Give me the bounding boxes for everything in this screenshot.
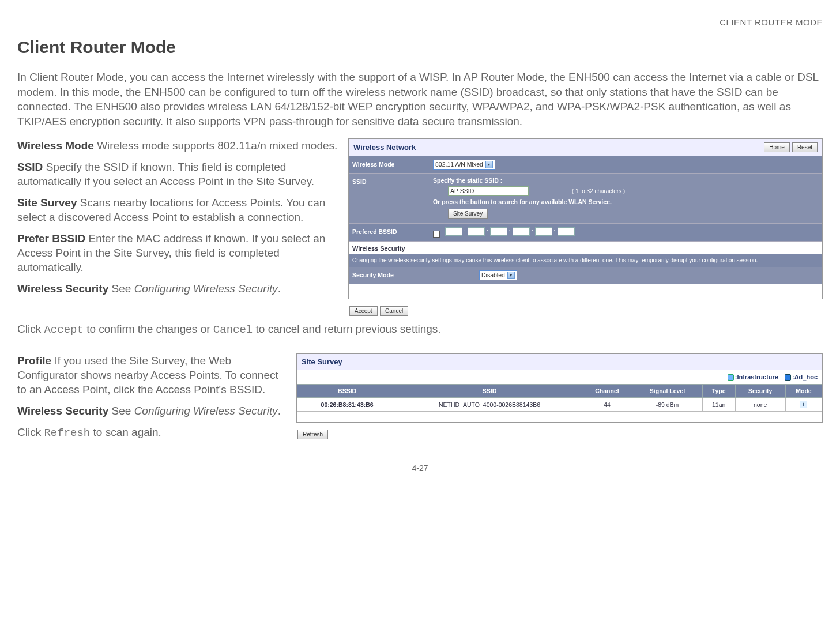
bssid-mac-group: : : : : :	[445, 227, 575, 236]
cancel-code: Cancel	[213, 323, 253, 336]
ssid-line2: Or press the button to search for any av…	[433, 198, 819, 205]
def-wm-label: Wireless Mode	[17, 140, 94, 152]
site-survey-button[interactable]: Site Survey	[448, 209, 488, 219]
cell-type: 11an	[702, 398, 735, 412]
site-survey-panel: Site Survey :Infrastructure :Ad_hoc BSSI…	[296, 353, 823, 423]
col-signal: Signal Level	[632, 385, 703, 398]
def-ssid-label: SSID	[17, 161, 43, 173]
def-ssid-text: Specify the SSID if known. This field is…	[17, 161, 314, 187]
def-ws-post: .	[278, 283, 281, 295]
cancel-button[interactable]: Cancel	[380, 306, 408, 316]
security-mode-select[interactable]: Disabled ▾	[479, 270, 517, 280]
def-wireless-security: Wireless Security See Configuring Wirele…	[17, 281, 340, 296]
def-ws2-label: Wireless Security	[17, 405, 108, 417]
def-profile-label: Profile	[17, 355, 51, 367]
def-ss-label: Site Survey	[17, 197, 77, 209]
refresh-button[interactable]: Refresh	[297, 430, 328, 439]
ssid-line1: Specify the static SSID :	[433, 177, 819, 184]
cell-security: none	[735, 398, 785, 412]
chevron-down-icon: ▾	[507, 272, 515, 279]
survey-legend: :Infrastructure :Ad_hoc	[297, 370, 822, 385]
prefered-bssid-label: Prefered BSSID	[349, 224, 430, 241]
def-ws-label: Wireless Security	[17, 283, 108, 295]
col-mode: Mode	[785, 385, 822, 398]
refresh-line: Click Refresh to scan again.	[17, 425, 288, 440]
cell-channel: 44	[582, 398, 632, 412]
def-site-survey: Site Survey Scans nearby locations for A…	[17, 195, 340, 224]
running-header: CLIENT ROUTER MODE	[17, 17, 823, 27]
col-ssid: SSID	[397, 385, 582, 398]
refresh-code: Refresh	[44, 427, 90, 439]
def-prefer-bssid: Prefer BSSID Enter the MAC address if kn…	[17, 231, 340, 274]
accept-mid: to confirm the changes or	[84, 323, 213, 335]
adhoc-icon	[785, 374, 791, 381]
wm-row-label: Wireless Mode	[349, 156, 430, 173]
refresh-pre: Click	[17, 426, 44, 438]
legend-adhoc: :Ad_hoc	[792, 374, 818, 381]
ssid-row-label: SSID	[349, 174, 430, 223]
def-wireless-mode: Wireless Mode Wireless mode supports 802…	[17, 138, 340, 153]
def-ws2-ital: Configuring Wireless Security	[134, 405, 278, 417]
accept-post: to cancel and return previous settings.	[253, 323, 440, 335]
wm-select-value: 802.11 A/N Mixed	[435, 161, 483, 168]
infrastructure-icon	[728, 374, 734, 381]
accept-button[interactable]: Accept	[349, 306, 378, 316]
cell-ssid: NETHD_AUTO_4000-0026B88143B6	[397, 398, 582, 412]
page-number: 4-27	[17, 464, 823, 473]
cell-bssid[interactable]: 00:26:B8:81:43:B6	[297, 398, 397, 412]
def-wireless-security-2: Wireless Security See Configuring Wirele…	[17, 404, 288, 418]
mac-octet-6[interactable]	[558, 227, 575, 236]
col-channel: Channel	[582, 385, 632, 398]
security-mode-label: Security Mode	[349, 267, 476, 284]
mode-icon: i	[800, 401, 807, 408]
def-ws2-pre: See	[108, 405, 134, 417]
survey-header-row: BSSID SSID Channel Signal Level Type Sec…	[297, 385, 822, 398]
col-security: Security	[735, 385, 785, 398]
mac-octet-4[interactable]	[513, 227, 530, 236]
security-mode-value: Disabled	[481, 272, 505, 278]
refresh-post: to scan again.	[90, 426, 161, 438]
survey-table: BSSID SSID Channel Signal Level Type Sec…	[297, 384, 822, 412]
reset-button[interactable]: Reset	[792, 142, 818, 152]
panel2-title: Site Survey	[302, 357, 342, 366]
def-ws-ital: Configuring Wireless Security	[134, 283, 278, 295]
wireless-network-panel: Wireless Network Home Reset Wireless Mod…	[348, 138, 823, 299]
def-ws-pre: See	[108, 283, 134, 295]
page-title: Client Router Mode	[17, 37, 823, 57]
def-pb-label: Prefer BSSID	[17, 232, 85, 244]
def-wm-text: Wireless mode supports 802.11a/n mixed m…	[94, 140, 337, 152]
def-profile-text: If you used the Site Survey, the Web Con…	[17, 355, 278, 396]
accept-pre: Click	[17, 323, 44, 335]
ssid-hint: ( 1 to 32 characters )	[572, 188, 625, 194]
cell-mode: i	[785, 398, 822, 412]
def-profile: Profile If you used the Site Survey, the…	[17, 353, 288, 397]
def-ssid: SSID Specify the SSID if known. This fie…	[17, 160, 340, 189]
security-note: Changing the wireless security settings …	[349, 254, 822, 267]
mac-octet-3[interactable]	[490, 227, 507, 236]
col-bssid: BSSID	[297, 385, 397, 398]
def-ws2-post: .	[278, 405, 281, 417]
mac-octet-1[interactable]	[445, 227, 462, 236]
accept-code: Accept	[44, 323, 83, 336]
chevron-down-icon: ▾	[485, 161, 493, 168]
panel1-title: Wireless Network	[353, 143, 416, 152]
mac-octet-2[interactable]	[468, 227, 485, 236]
cell-signal: -89 dBm	[632, 398, 703, 412]
accept-line: Click Accept to confirm the changes or C…	[17, 322, 823, 337]
col-type: Type	[702, 385, 735, 398]
prefered-bssid-checkbox[interactable]	[433, 231, 440, 238]
table-row[interactable]: 00:26:B8:81:43:B6 NETHD_AUTO_4000-0026B8…	[297, 398, 822, 412]
home-button[interactable]: Home	[764, 142, 790, 152]
wireless-mode-select[interactable]: 802.11 A/N Mixed ▾	[433, 160, 495, 170]
mac-octet-5[interactable]	[535, 227, 552, 236]
intro-paragraph: In Client Router Mode, you can access th…	[17, 70, 823, 129]
wireless-security-subhead: Wireless Security	[349, 242, 822, 254]
legend-infra: :Infrastructure	[735, 374, 778, 381]
ssid-input[interactable]: AP SSID	[448, 186, 529, 196]
